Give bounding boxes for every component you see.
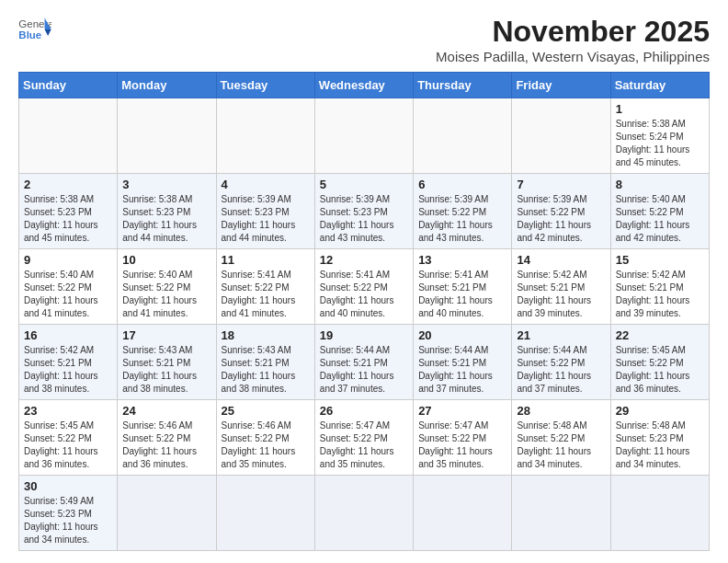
calendar-cell <box>610 476 709 551</box>
calendar-week-3: 9Sunrise: 5:40 AMSunset: 5:22 PMDaylight… <box>19 249 710 325</box>
day-of-week-monday: Monday <box>118 73 216 98</box>
calendar-cell: 28Sunrise: 5:48 AMSunset: 5:22 PMDayligh… <box>512 400 610 476</box>
calendar-cell: 9Sunrise: 5:40 AMSunset: 5:22 PMDaylight… <box>19 249 118 325</box>
calendar-cell: 5Sunrise: 5:39 AMSunset: 5:23 PMDaylight… <box>314 174 413 249</box>
day-info: Sunrise: 5:48 AMSunset: 5:23 PMDaylight:… <box>616 419 704 471</box>
calendar-cell: 15Sunrise: 5:42 AMSunset: 5:21 PMDayligh… <box>610 249 709 325</box>
calendar-cell: 6Sunrise: 5:39 AMSunset: 5:22 PMDaylight… <box>414 174 512 249</box>
day-info: Sunrise: 5:43 AMSunset: 5:21 PMDaylight:… <box>122 344 210 396</box>
calendar-cell: 2Sunrise: 5:38 AMSunset: 5:23 PMDaylight… <box>19 174 118 249</box>
calendar-cell: 20Sunrise: 5:44 AMSunset: 5:21 PMDayligh… <box>414 325 512 400</box>
day-number: 18 <box>222 328 310 342</box>
day-info: Sunrise: 5:47 AMSunset: 5:22 PMDaylight:… <box>418 419 506 471</box>
day-number: 29 <box>616 404 704 418</box>
calendar-cell: 10Sunrise: 5:40 AMSunset: 5:22 PMDayligh… <box>118 249 216 325</box>
calendar-cell: 19Sunrise: 5:44 AMSunset: 5:21 PMDayligh… <box>314 325 413 400</box>
day-of-week-thursday: Thursday <box>414 73 512 98</box>
day-number: 8 <box>616 178 704 191</box>
day-number: 11 <box>222 253 310 267</box>
calendar-cell: 26Sunrise: 5:47 AMSunset: 5:22 PMDayligh… <box>314 400 413 476</box>
svg-marker-3 <box>45 29 51 36</box>
day-number: 2 <box>24 178 112 191</box>
calendar-cell: 23Sunrise: 5:45 AMSunset: 5:22 PMDayligh… <box>19 400 118 476</box>
calendar-cell <box>512 476 610 551</box>
day-of-week-wednesday: Wednesday <box>314 73 413 98</box>
day-info: Sunrise: 5:38 AMSunset: 5:23 PMDaylight:… <box>24 193 112 245</box>
day-info: Sunrise: 5:44 AMSunset: 5:21 PMDaylight:… <box>320 344 408 396</box>
calendar-cell <box>216 476 314 551</box>
calendar-cell <box>19 98 118 174</box>
calendar-cell: 8Sunrise: 5:40 AMSunset: 5:22 PMDaylight… <box>610 174 709 249</box>
day-number: 24 <box>122 404 210 418</box>
calendar-week-5: 23Sunrise: 5:45 AMSunset: 5:22 PMDayligh… <box>19 400 710 476</box>
day-number: 9 <box>24 253 112 267</box>
calendar-cell: 4Sunrise: 5:39 AMSunset: 5:23 PMDaylight… <box>216 174 314 249</box>
calendar-cell <box>118 98 216 174</box>
calendar-cell: 7Sunrise: 5:39 AMSunset: 5:22 PMDaylight… <box>512 174 610 249</box>
day-info: Sunrise: 5:43 AMSunset: 5:21 PMDaylight:… <box>222 344 310 396</box>
day-number: 5 <box>320 178 408 191</box>
calendar-cell: 21Sunrise: 5:44 AMSunset: 5:22 PMDayligh… <box>512 325 610 400</box>
day-number: 22 <box>616 328 704 342</box>
day-info: Sunrise: 5:49 AMSunset: 5:23 PMDaylight:… <box>24 495 112 546</box>
day-info: Sunrise: 5:38 AMSunset: 5:23 PMDaylight:… <box>122 193 210 245</box>
calendar-cell: 30Sunrise: 5:49 AMSunset: 5:23 PMDayligh… <box>19 476 118 551</box>
day-number: 4 <box>222 178 310 191</box>
day-number: 10 <box>122 253 210 267</box>
day-info: Sunrise: 5:47 AMSunset: 5:22 PMDaylight:… <box>320 419 408 471</box>
day-info: Sunrise: 5:44 AMSunset: 5:21 PMDaylight:… <box>418 344 506 396</box>
day-info: Sunrise: 5:46 AMSunset: 5:22 PMDaylight:… <box>122 419 210 471</box>
calendar-cell: 3Sunrise: 5:38 AMSunset: 5:23 PMDaylight… <box>118 174 216 249</box>
calendar-cell <box>118 476 216 551</box>
calendar-cell: 24Sunrise: 5:46 AMSunset: 5:22 PMDayligh… <box>118 400 216 476</box>
calendar-cell: 13Sunrise: 5:41 AMSunset: 5:21 PMDayligh… <box>414 249 512 325</box>
month-title: November 2025 <box>436 15 710 49</box>
day-number: 20 <box>418 328 506 342</box>
calendar-cell <box>314 476 413 551</box>
day-info: Sunrise: 5:44 AMSunset: 5:22 PMDaylight:… <box>517 344 605 396</box>
day-info: Sunrise: 5:41 AMSunset: 5:22 PMDaylight:… <box>320 269 408 320</box>
day-info: Sunrise: 5:42 AMSunset: 5:21 PMDaylight:… <box>616 269 704 320</box>
calendar-cell: 11Sunrise: 5:41 AMSunset: 5:22 PMDayligh… <box>216 249 314 325</box>
calendar-week-4: 16Sunrise: 5:42 AMSunset: 5:21 PMDayligh… <box>19 325 710 400</box>
calendar-week-1: 1Sunrise: 5:38 AMSunset: 5:24 PMDaylight… <box>19 98 710 174</box>
calendar-cell: 14Sunrise: 5:42 AMSunset: 5:21 PMDayligh… <box>512 249 610 325</box>
day-of-week-friday: Friday <box>512 73 610 98</box>
calendar-cell: 22Sunrise: 5:45 AMSunset: 5:22 PMDayligh… <box>610 325 709 400</box>
calendar-cell <box>216 98 314 174</box>
svg-text:Blue: Blue <box>18 29 41 40</box>
day-number: 27 <box>418 404 506 418</box>
day-number: 19 <box>320 328 408 342</box>
day-number: 30 <box>24 479 112 493</box>
day-info: Sunrise: 5:39 AMSunset: 5:23 PMDaylight:… <box>222 193 310 245</box>
day-info: Sunrise: 5:45 AMSunset: 5:22 PMDaylight:… <box>616 344 704 396</box>
day-number: 28 <box>517 404 605 418</box>
day-info: Sunrise: 5:42 AMSunset: 5:21 PMDaylight:… <box>517 269 605 320</box>
day-number: 23 <box>24 404 112 418</box>
day-number: 3 <box>122 178 210 191</box>
day-info: Sunrise: 5:41 AMSunset: 5:22 PMDaylight:… <box>222 269 310 320</box>
day-number: 1 <box>616 102 704 116</box>
logo-icon: General Blue <box>18 15 51 42</box>
day-number: 25 <box>222 404 310 418</box>
calendar-cell: 18Sunrise: 5:43 AMSunset: 5:21 PMDayligh… <box>216 325 314 400</box>
day-info: Sunrise: 5:42 AMSunset: 5:21 PMDaylight:… <box>24 344 112 396</box>
day-of-week-saturday: Saturday <box>610 73 709 98</box>
title-area: November 2025 Moises Padilla, Western Vi… <box>436 15 710 64</box>
day-info: Sunrise: 5:39 AMSunset: 5:22 PMDaylight:… <box>418 193 506 245</box>
calendar-cell: 25Sunrise: 5:46 AMSunset: 5:22 PMDayligh… <box>216 400 314 476</box>
day-of-week-tuesday: Tuesday <box>216 73 314 98</box>
calendar-cell <box>314 98 413 174</box>
calendar-cell: 27Sunrise: 5:47 AMSunset: 5:22 PMDayligh… <box>414 400 512 476</box>
day-info: Sunrise: 5:48 AMSunset: 5:22 PMDaylight:… <box>517 419 605 471</box>
day-info: Sunrise: 5:38 AMSunset: 5:24 PMDaylight:… <box>616 118 704 169</box>
logo: General Blue <box>18 15 51 42</box>
day-info: Sunrise: 5:41 AMSunset: 5:21 PMDaylight:… <box>418 269 506 320</box>
day-info: Sunrise: 5:39 AMSunset: 5:23 PMDaylight:… <box>320 193 408 245</box>
day-of-week-sunday: Sunday <box>19 73 118 98</box>
calendar-cell: 17Sunrise: 5:43 AMSunset: 5:21 PMDayligh… <box>118 325 216 400</box>
calendar-cell <box>512 98 610 174</box>
day-number: 14 <box>517 253 605 267</box>
day-number: 15 <box>616 253 704 267</box>
calendar-cell: 12Sunrise: 5:41 AMSunset: 5:22 PMDayligh… <box>314 249 413 325</box>
